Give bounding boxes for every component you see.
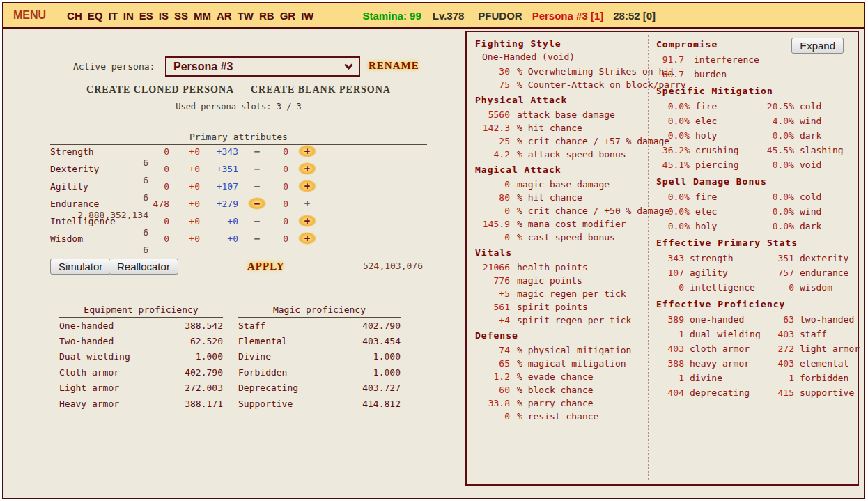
equipment-proficiency-table: Equipment proficiency One-handed388.542 … bbox=[59, 305, 223, 411]
nav-es[interactable]: ES bbox=[139, 10, 153, 22]
stat-pair-row: 107agility757endurance bbox=[656, 265, 853, 280]
attribute-actions-row: Simulator Reallocator APPLY 524,103,076 bbox=[50, 256, 427, 275]
stat-line: 91.7interference bbox=[656, 52, 853, 67]
persona-create-row: CREATE CLONED PERSONA CREATE BLANK PERSO… bbox=[50, 84, 427, 95]
table-row: Elemental403.454 bbox=[238, 333, 401, 348]
table-row: Heavy armor388.171 bbox=[59, 396, 223, 411]
equipment-proficiency-title: Equipment proficiency bbox=[59, 305, 223, 318]
table-row: Staff402.790 bbox=[238, 318, 401, 333]
table-row: Forbidden1.000 bbox=[238, 364, 401, 380]
nav-ar[interactable]: AR bbox=[217, 10, 232, 22]
nav-ch[interactable]: CH bbox=[67, 10, 82, 22]
clock-indicator: 28:52 [0] bbox=[613, 10, 656, 22]
stat-pair-row: 0intelligence0wisdom bbox=[656, 280, 853, 295]
nav-mm[interactable]: MM bbox=[194, 10, 211, 22]
stat-pair-row: 343strength351dexterity bbox=[656, 251, 853, 265]
rename-button[interactable]: RENAME bbox=[369, 60, 419, 72]
stat-line: 30% Overwhelming Strikes on hit bbox=[475, 65, 642, 78]
active-persona-indicator: Persona #3 [1] bbox=[532, 10, 604, 22]
primary-attributes-title: Primary attributes bbox=[50, 132, 427, 145]
stat-line: 21066health points bbox=[475, 261, 642, 274]
stat-pair-row: 0.0%elec4.0%wind bbox=[656, 114, 853, 128]
stat-line: 4.2% attack speed bonus bbox=[475, 148, 642, 161]
top-menu-bar: MENU CH EQ IT IN ES IS SS MM AR TW RB GR… bbox=[3, 3, 864, 29]
stat-line: 25% crit chance / +57 % damage bbox=[475, 134, 642, 148]
stamina-indicator: Stamina: 99 bbox=[363, 10, 421, 22]
stat-line: 561spirit points bbox=[475, 300, 642, 314]
stat-pair-row: 404deprecating415supportive bbox=[656, 385, 853, 400]
stat-line: 80% hit chance bbox=[475, 191, 642, 204]
difficulty-indicator: PFUDOR bbox=[478, 10, 522, 22]
stat-line: +5magic regen per tick bbox=[475, 287, 642, 300]
attribute-row-agility: Agility 0 +0 +107 − 0 + 6 bbox=[50, 180, 427, 197]
spell-damage-bonus-title: Spell Damage Bonus bbox=[656, 176, 853, 190]
combat-stats-left-column: Fighting Style One-Handed (void) 30% Ove… bbox=[475, 35, 642, 423]
stat-pair-row: 0.0%holy0.0%dark bbox=[656, 219, 853, 233]
stat-pair-row: 1dual wielding403staff bbox=[656, 327, 853, 341]
stat-line: 74% physical mitigation bbox=[475, 344, 642, 357]
fighting-style-value: One-Handed (void) bbox=[475, 52, 642, 65]
table-row: Deprecating403.727 bbox=[238, 380, 401, 396]
plus-icon[interactable]: + bbox=[298, 232, 316, 245]
table-row: Two-handed62.520 bbox=[59, 333, 223, 348]
nav-iw[interactable]: IW bbox=[301, 10, 313, 22]
nav-gr[interactable]: GR bbox=[280, 10, 296, 22]
reallocator-button[interactable]: Reallocator bbox=[109, 259, 178, 275]
stat-line: 142.3% hit chance bbox=[475, 121, 642, 134]
attribute-row-wisdom: Wisdom 0 +0 +0 − 0 + 6 bbox=[50, 232, 427, 249]
persona-select[interactable]: Persona #3 bbox=[165, 56, 360, 77]
magic-proficiency-table: Magic proficiency Staff402.790 Elemental… bbox=[238, 305, 401, 411]
table-row: Supportive414.812 bbox=[238, 396, 401, 411]
magical-attack-title: Magical Attack bbox=[475, 164, 642, 178]
stat-pair-row: 45.1%piercing0.0%void bbox=[656, 157, 853, 172]
table-row: Light armor272.003 bbox=[59, 380, 223, 396]
effective-primary-stats-title: Effective Primary Stats bbox=[656, 238, 853, 251]
table-row: Divine1.000 bbox=[238, 349, 401, 364]
create-blank-persona-button[interactable]: CREATE BLANK PERSONA bbox=[251, 84, 391, 95]
nav-rb[interactable]: RB bbox=[259, 10, 274, 22]
simulator-button[interactable]: Simulator bbox=[50, 259, 111, 275]
effective-proficiency-title: Effective Proficiency bbox=[656, 299, 853, 312]
table-row: Cloth armor402.790 bbox=[59, 364, 223, 380]
create-cloned-persona-button[interactable]: CREATE CLONED PERSONA bbox=[86, 84, 234, 95]
attribute-row-endurance: Endurance 478 +0 +279 − 0 + 2,888,352,13… bbox=[50, 197, 427, 215]
stat-pair-row: 0.0%fire0.0%cold bbox=[656, 190, 853, 204]
table-row: One-handed388.542 bbox=[59, 318, 223, 333]
defense-title: Defense bbox=[475, 330, 642, 344]
stat-line: 0% resist chance bbox=[475, 410, 642, 423]
stat-pair-row: 0.0%fire20.5%cold bbox=[656, 99, 853, 114]
nav-is[interactable]: IS bbox=[159, 10, 169, 22]
plus-icon[interactable]: + bbox=[298, 162, 316, 175]
menu-button[interactable]: MENU bbox=[13, 9, 46, 22]
character-screen: MENU CH EQ IT IN ES IS SS MM AR TW RB GR… bbox=[0, 0, 868, 501]
primary-attributes-table: Primary attributes Strength 0 +0 +343 − … bbox=[50, 132, 427, 249]
combat-stats-right-column: Compromise 91.7interference 60.7burden S… bbox=[656, 35, 853, 400]
stat-pair-row: 0.0%holy0.0%dark bbox=[656, 128, 853, 143]
stat-line: 1.2% evade chance bbox=[475, 370, 642, 383]
stat-line: 60% block chance bbox=[475, 383, 642, 396]
stat-line: +4spirit regen per tick bbox=[475, 314, 642, 327]
persona-select-value: Persona #3 bbox=[173, 61, 233, 73]
nav-in[interactable]: IN bbox=[123, 10, 134, 22]
attribute-row-intelligence: Intelligence 0 +0 +0 − 0 + 6 bbox=[50, 215, 427, 232]
nav-tw[interactable]: TW bbox=[238, 10, 254, 22]
used-persona-slots: Used persona slots: 3 / 3 bbox=[50, 102, 427, 111]
nav-ss[interactable]: SS bbox=[174, 10, 188, 22]
plus-icon[interactable]: + bbox=[298, 180, 316, 192]
stat-line: 75% Counter-Attack on block/parry bbox=[475, 78, 642, 91]
stat-line: 0magic base damage bbox=[475, 178, 642, 191]
physical-attack-title: Physical Attack bbox=[475, 95, 642, 108]
plus-icon[interactable]: + bbox=[298, 145, 316, 157]
apply-button[interactable]: APPLY bbox=[247, 261, 285, 272]
stat-pair-row: 403cloth armor272light armor bbox=[656, 341, 853, 356]
nav-it[interactable]: IT bbox=[108, 10, 117, 22]
page-frame: MENU CH EQ IT IN ES IS SS MM AR TW RB GR… bbox=[2, 2, 865, 499]
plus-icon[interactable]: + bbox=[298, 215, 316, 227]
stat-line: 33.8% parry chance bbox=[475, 396, 642, 410]
unassigned-points-value: 524,103,076 bbox=[363, 261, 423, 271]
specific-mitigation-title: Specific Mitigation bbox=[656, 86, 853, 99]
active-persona-label: Active persona: bbox=[73, 61, 155, 72]
stat-pair-row: 388heavy armor403elemental bbox=[656, 356, 853, 371]
nav-eq[interactable]: EQ bbox=[88, 10, 103, 22]
table-row: Dual wielding1.000 bbox=[59, 349, 223, 364]
